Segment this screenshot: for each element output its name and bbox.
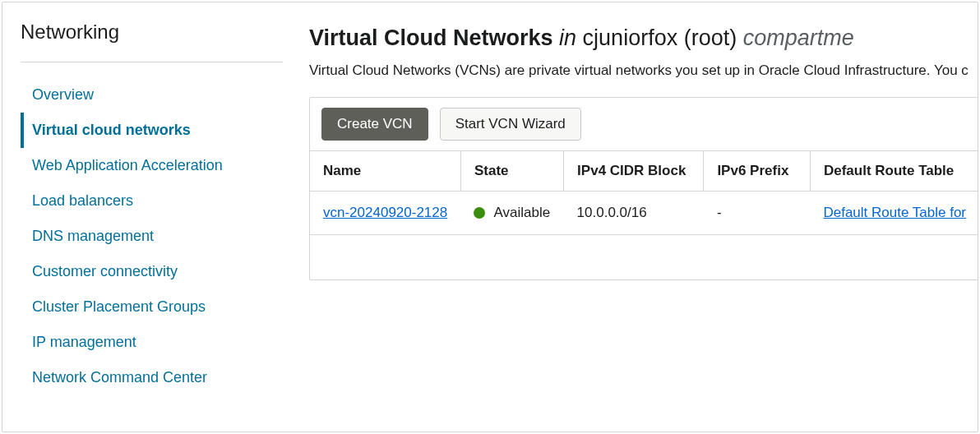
table-row: vcn-20240920-2128 Available 10.0.0.0/16 … <box>310 192 978 235</box>
page-frame: Networking Overview Virtual cloud networ… <box>2 2 978 432</box>
cell-route: Default Route Table for <box>810 192 978 235</box>
col-header-ipv6[interactable]: IPv6 Prefix <box>704 151 811 192</box>
col-header-cidr[interactable]: IPv4 CIDR Block <box>564 151 704 192</box>
heading-in: in <box>559 25 576 50</box>
table-footer-row <box>310 235 978 279</box>
route-table-link[interactable]: Default Route Table for <box>823 205 966 220</box>
heading-main: Virtual Cloud Networks <box>309 25 553 50</box>
nav-link[interactable]: Load balancers <box>32 192 133 209</box>
sidebar-item-network-command[interactable]: Network Command Center <box>21 360 294 395</box>
state-wrapper: Available <box>474 205 550 221</box>
page-title: Virtual Cloud Networks in cjuniorfox (ro… <box>309 25 978 51</box>
nav-list: Overview Virtual cloud networks Web Appl… <box>21 77 294 395</box>
table-toolbar: Create VCN Start VCN Wizard <box>310 98 978 150</box>
vcn-table: Name State IPv4 CIDR Block IPv6 Prefix D… <box>310 150 978 279</box>
vcn-name-link[interactable]: vcn-20240920-2128 <box>323 205 447 220</box>
table-header-row: Name State IPv4 CIDR Block IPv6 Prefix D… <box>310 151 978 192</box>
create-vcn-button[interactable]: Create VCN <box>321 108 428 141</box>
col-header-route[interactable]: Default Route Table <box>810 151 978 192</box>
nav-link[interactable]: Cluster Placement Groups <box>32 298 206 315</box>
sidebar-item-load-balancers[interactable]: Load balancers <box>21 183 294 219</box>
nav-link[interactable]: Customer connectivity <box>32 263 178 279</box>
nav-link[interactable]: Overview <box>32 86 94 103</box>
sidebar-item-waa[interactable]: Web Application Acceleration <box>21 148 294 183</box>
state-label: Available <box>493 205 550 221</box>
sidebar-item-dns[interactable]: DNS management <box>21 219 294 254</box>
sidebar-item-ip-management[interactable]: IP management <box>21 325 294 360</box>
sidebar-title: Networking <box>21 21 294 62</box>
main-content: Virtual Cloud Networks in cjuniorfox (ro… <box>294 2 978 432</box>
sidebar: Networking Overview Virtual cloud networ… <box>2 2 294 432</box>
sidebar-item-cluster-placement[interactable]: Cluster Placement Groups <box>21 289 294 325</box>
start-vcn-wizard-button[interactable]: Start VCN Wizard <box>440 108 581 141</box>
footer-cell <box>310 235 978 279</box>
heading-compartment: cjuniorfox (root) <box>583 25 737 50</box>
vcn-table-container: Create VCN Start VCN Wizard Name State I… <box>309 97 978 280</box>
nav-link[interactable]: Web Application Acceleration <box>32 157 223 173</box>
nav-link[interactable]: DNS management <box>32 228 154 244</box>
cell-ipv6: - <box>704 192 811 235</box>
sidebar-item-vcn[interactable]: Virtual cloud networks <box>21 113 294 148</box>
heading-suffix: compartme <box>743 25 854 50</box>
sidebar-divider <box>21 62 283 62</box>
cell-state: Available <box>460 192 563 235</box>
nav-link[interactable]: Network Command Center <box>32 369 207 386</box>
col-header-name[interactable]: Name <box>310 151 460 192</box>
sidebar-item-overview[interactable]: Overview <box>21 77 294 113</box>
nav-link[interactable]: IP management <box>32 334 136 350</box>
status-dot-icon <box>474 207 485 219</box>
cell-name: vcn-20240920-2128 <box>310 192 460 235</box>
page-description: Virtual Cloud Networks (VCNs) are privat… <box>309 62 978 79</box>
col-header-state[interactable]: State <box>460 151 563 192</box>
nav-link[interactable]: Virtual cloud networks <box>32 122 191 138</box>
sidebar-item-connectivity[interactable]: Customer connectivity <box>21 254 294 289</box>
cell-cidr: 10.0.0.0/16 <box>564 192 704 235</box>
